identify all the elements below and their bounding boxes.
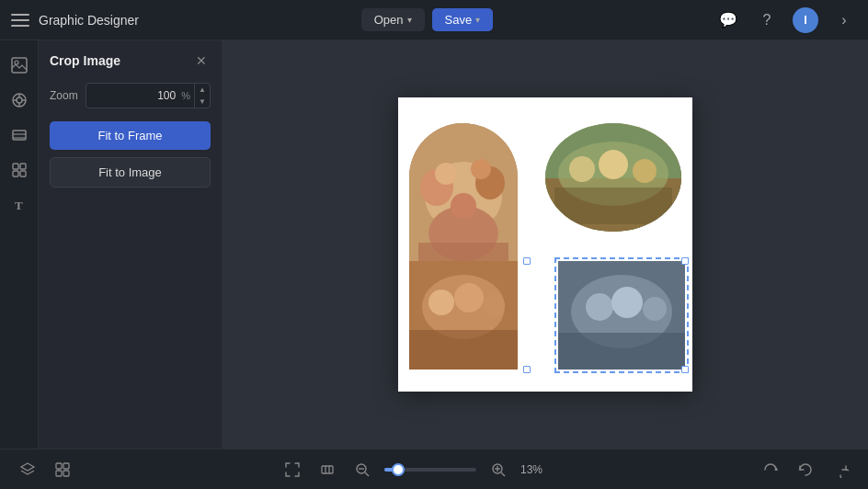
svg-point-41 — [611, 287, 643, 318]
fit-to-image-button[interactable]: Fit to Image — [50, 157, 211, 188]
svg-point-30 — [633, 159, 657, 183]
sidebar-item-apps[interactable] — [4, 154, 35, 186]
open-button[interactable]: Open ▾ — [361, 8, 425, 31]
bottom-left — [15, 457, 75, 483]
crop-panel: Crop Image ✕ Zoom % ▲ ▼ Fit to Frame Fit… — [39, 40, 223, 449]
close-button[interactable]: ✕ — [192, 51, 211, 70]
svg-point-35 — [454, 283, 484, 313]
main-area: T Crop Image ✕ Zoom % ▲ ▼ Fit to Frame F… — [0, 40, 868, 449]
sidebar-icons: T — [0, 40, 39, 449]
help-icon[interactable]: ? — [754, 7, 780, 33]
menu-icon[interactable] — [11, 14, 29, 27]
svg-rect-43 — [558, 333, 685, 370]
refresh-icon[interactable] — [758, 457, 783, 483]
zoom-row: Zoom % ▲ ▼ — [50, 83, 211, 108]
bottom-right — [758, 457, 853, 483]
svg-point-36 — [483, 294, 505, 316]
topbar: Graphic Designer Open ▾ Save ▾ 💬 ? I › — [0, 0, 868, 40]
svg-rect-12 — [20, 164, 26, 169]
svg-point-42 — [643, 297, 667, 321]
fit-to-frame-button[interactable]: Fit to Frame — [50, 121, 211, 150]
zoom-down-button[interactable]: ▼ — [195, 96, 210, 108]
oval-fill — [545, 123, 681, 232]
more-icon[interactable]: › — [831, 7, 857, 33]
photo-oval[interactable] — [545, 123, 681, 232]
comment-icon[interactable]: 💬 — [715, 7, 741, 33]
avatar[interactable]: I — [793, 7, 818, 33]
svg-point-21 — [435, 163, 457, 185]
panel-header: Crop Image ✕ — [50, 51, 211, 70]
zoom-slider-thumb[interactable] — [392, 463, 405, 476]
topbar-right: 💬 ? I › — [715, 7, 857, 33]
svg-point-34 — [428, 290, 454, 315]
rect-fill — [409, 261, 518, 370]
svg-rect-13 — [13, 171, 18, 176]
zoom-spinners: ▲ ▼ — [194, 84, 210, 108]
zoom-slider-track[interactable] — [384, 468, 476, 472]
zoom-percent: % — [181, 90, 194, 101]
zoom-input[interactable] — [86, 85, 182, 106]
panel-title: Crop Image — [50, 53, 120, 68]
sidebar-item-image[interactable] — [4, 50, 35, 81]
zoom-percentage-label: 13% — [520, 463, 554, 476]
canvas — [398, 97, 692, 392]
handle-tl[interactable] — [523, 257, 531, 265]
svg-rect-46 — [56, 471, 62, 476]
redo-icon[interactable] — [828, 457, 853, 483]
bottom-center: 13% — [86, 457, 747, 483]
actual-size-icon[interactable] — [314, 457, 340, 483]
zoom-input-wrap: % ▲ ▼ — [86, 83, 211, 108]
photo-rect-right-selected[interactable] — [558, 261, 685, 370]
svg-rect-45 — [63, 463, 69, 469]
photo-rect-left[interactable] — [409, 261, 518, 370]
topbar-left: Graphic Designer — [11, 13, 139, 28]
svg-point-40 — [586, 293, 613, 321]
undo-icon[interactable] — [793, 457, 818, 483]
svg-rect-47 — [63, 471, 69, 476]
layers-toggle-icon[interactable] — [15, 457, 40, 483]
svg-point-22 — [471, 159, 491, 179]
zoom-label: Zoom — [50, 89, 78, 102]
svg-point-23 — [451, 193, 476, 219]
grid-toggle-icon[interactable] — [50, 457, 75, 483]
rect-right-fill — [558, 261, 685, 370]
svg-point-28 — [569, 156, 595, 182]
app-title: Graphic Designer — [39, 13, 139, 28]
fit-screen-icon[interactable] — [280, 457, 305, 483]
svg-rect-37 — [409, 330, 518, 370]
svg-rect-11 — [13, 164, 18, 169]
svg-line-55 — [501, 472, 505, 476]
handle-bl[interactable] — [523, 366, 531, 373]
svg-point-1 — [15, 61, 18, 64]
svg-line-52 — [365, 472, 369, 476]
svg-rect-48 — [322, 466, 333, 473]
svg-rect-14 — [20, 171, 26, 176]
svg-point-3 — [17, 97, 22, 103]
bottombar: 13% — [0, 449, 868, 489]
zoom-in-icon[interactable] — [485, 457, 511, 483]
svg-rect-31 — [554, 188, 672, 224]
save-button[interactable]: Save ▾ — [432, 8, 494, 31]
svg-point-29 — [599, 150, 628, 179]
sidebar-item-adjust[interactable] — [4, 85, 35, 116]
zoom-up-button[interactable]: ▲ — [195, 84, 210, 96]
svg-text:T: T — [15, 199, 23, 212]
sidebar-item-layers[interactable] — [4, 119, 35, 151]
handle-br[interactable] — [681, 366, 689, 373]
svg-rect-44 — [56, 463, 62, 469]
handle-tr[interactable] — [681, 257, 689, 265]
zoom-out-icon[interactable] — [349, 457, 375, 483]
sidebar-item-text[interactable]: T — [4, 189, 35, 221]
canvas-area[interactable] — [223, 40, 868, 449]
open-chevron-icon: ▾ — [407, 15, 412, 25]
topbar-center: Open ▾ Save ▾ — [139, 8, 715, 31]
save-chevron-icon: ▾ — [475, 15, 480, 25]
